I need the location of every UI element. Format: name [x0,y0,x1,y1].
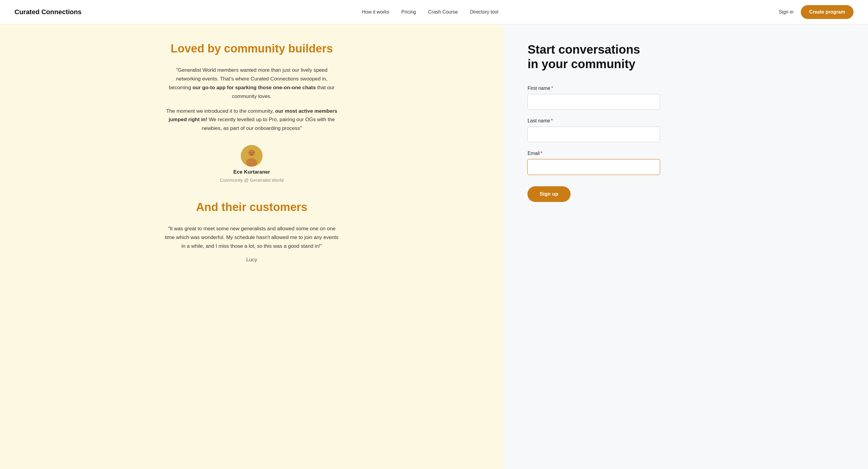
first-name-required: * [551,86,553,91]
nav-how-it-works[interactable]: How it works [362,9,390,14]
svg-point-1 [248,150,255,156]
nav-links: How it works Pricing Crash Course Direct… [362,9,498,15]
navbar: Curated Connections How it works Pricing… [0,0,868,24]
main-content: Loved by community builders "Generalist … [0,24,868,469]
signup-button[interactable]: Sign up [527,186,570,202]
testimonial1-part4: We recently levelled up to Pro, pairing … [202,117,335,131]
testimonial1-part3: The moment we introduced it to the commu… [166,108,275,114]
nav-pricing[interactable]: Pricing [401,9,416,14]
testimonial1-bold: our go-to app for sparking those one-on-… [193,85,316,90]
logo: Curated Connections [14,8,82,16]
nav-crash-course[interactable]: Crash Course [428,9,458,14]
author2-name: Lucy [246,257,257,263]
testimonial2: "It was great to meet some new generalis… [164,224,339,251]
email-label: Email* [527,151,660,156]
svg-point-3 [250,152,251,153]
section1-title: Loved by community builders [170,42,333,55]
svg-point-2 [246,158,257,167]
testimonial1: "Generalist World members wanted more th… [164,66,339,101]
nav-directory-tool[interactable]: Directory tool [470,9,498,14]
first-name-label: First name* [527,86,660,91]
last-name-input[interactable] [527,127,660,142]
email-required: * [540,151,542,156]
first-name-group: First name* [527,86,660,110]
last-name-required: * [551,118,553,123]
email-group: Email* [527,151,660,175]
left-panel: Loved by community builders "Generalist … [0,24,503,469]
avatar [241,145,262,167]
first-name-input[interactable] [527,94,660,110]
svg-point-4 [253,152,254,153]
right-panel: Start conversations in your community Fi… [503,24,868,469]
email-input[interactable] [527,159,660,175]
author-role: Community @ Generalist World [220,178,284,183]
signin-link[interactable]: Sign in [779,9,794,15]
last-name-label: Last name* [527,118,660,124]
create-program-button[interactable]: Create program [801,5,854,19]
section2-title: And their customers [196,201,307,214]
author-name: Ece Kurtaraner [233,169,270,175]
form-title: Start conversations in your community [527,42,654,71]
author-block: Ece Kurtaraner Community @ Generalist Wo… [220,145,284,183]
nav-right: Sign in Create program [779,5,854,19]
last-name-group: Last name* [527,118,660,142]
testimonial1-p2: The moment we introduced it to the commu… [164,107,339,133]
